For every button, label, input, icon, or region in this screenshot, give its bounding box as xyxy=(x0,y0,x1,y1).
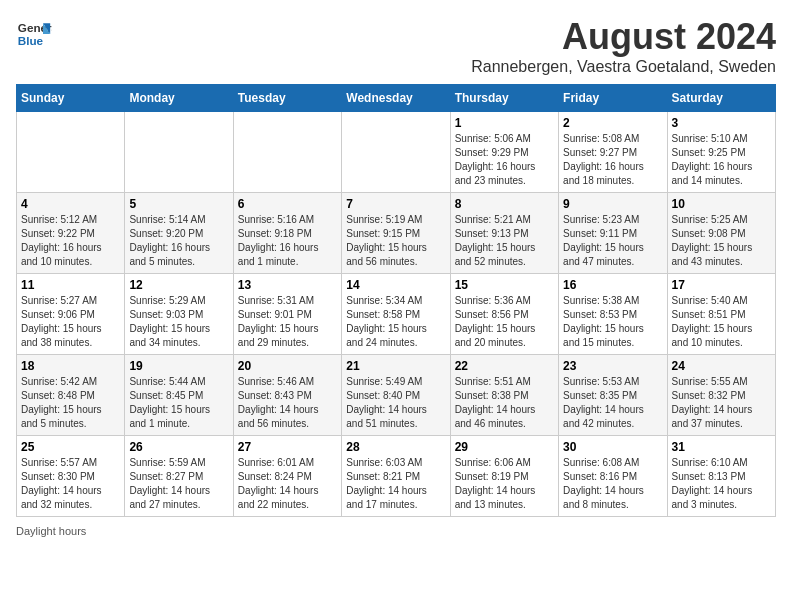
day-number: 20 xyxy=(238,359,337,373)
day-info: Sunrise: 5:12 AM Sunset: 9:22 PM Dayligh… xyxy=(21,213,120,269)
calendar-cell: 30Sunrise: 6:08 AM Sunset: 8:16 PM Dayli… xyxy=(559,436,667,517)
calendar-cell: 12Sunrise: 5:29 AM Sunset: 9:03 PM Dayli… xyxy=(125,274,233,355)
day-number: 11 xyxy=(21,278,120,292)
day-info: Sunrise: 5:51 AM Sunset: 8:38 PM Dayligh… xyxy=(455,375,554,431)
calendar-cell: 27Sunrise: 6:01 AM Sunset: 8:24 PM Dayli… xyxy=(233,436,341,517)
month-year-title: August 2024 xyxy=(471,16,776,58)
calendar-cell: 9Sunrise: 5:23 AM Sunset: 9:11 PM Daylig… xyxy=(559,193,667,274)
day-number: 19 xyxy=(129,359,228,373)
calendar-header-sunday: Sunday xyxy=(17,85,125,112)
day-info: Sunrise: 6:03 AM Sunset: 8:21 PM Dayligh… xyxy=(346,456,445,512)
calendar-cell: 19Sunrise: 5:44 AM Sunset: 8:45 PM Dayli… xyxy=(125,355,233,436)
calendar-cell: 17Sunrise: 5:40 AM Sunset: 8:51 PM Dayli… xyxy=(667,274,775,355)
calendar-cell: 21Sunrise: 5:49 AM Sunset: 8:40 PM Dayli… xyxy=(342,355,450,436)
calendar-header-tuesday: Tuesday xyxy=(233,85,341,112)
day-number: 29 xyxy=(455,440,554,454)
logo: General Blue xyxy=(16,16,52,52)
calendar-header-row: SundayMondayTuesdayWednesdayThursdayFrid… xyxy=(17,85,776,112)
day-number: 10 xyxy=(672,197,771,211)
calendar-header-friday: Friday xyxy=(559,85,667,112)
calendar-cell: 26Sunrise: 5:59 AM Sunset: 8:27 PM Dayli… xyxy=(125,436,233,517)
day-info: Sunrise: 5:19 AM Sunset: 9:15 PM Dayligh… xyxy=(346,213,445,269)
calendar-cell: 6Sunrise: 5:16 AM Sunset: 9:18 PM Daylig… xyxy=(233,193,341,274)
calendar-cell: 8Sunrise: 5:21 AM Sunset: 9:13 PM Daylig… xyxy=(450,193,558,274)
calendar-cell: 7Sunrise: 5:19 AM Sunset: 9:15 PM Daylig… xyxy=(342,193,450,274)
day-info: Sunrise: 5:27 AM Sunset: 9:06 PM Dayligh… xyxy=(21,294,120,350)
day-info: Sunrise: 5:55 AM Sunset: 8:32 PM Dayligh… xyxy=(672,375,771,431)
calendar-cell: 1Sunrise: 5:06 AM Sunset: 9:29 PM Daylig… xyxy=(450,112,558,193)
day-number: 18 xyxy=(21,359,120,373)
calendar-table: SundayMondayTuesdayWednesdayThursdayFrid… xyxy=(16,84,776,517)
day-number: 23 xyxy=(563,359,662,373)
day-info: Sunrise: 5:49 AM Sunset: 8:40 PM Dayligh… xyxy=(346,375,445,431)
day-number: 3 xyxy=(672,116,771,130)
calendar-cell: 10Sunrise: 5:25 AM Sunset: 9:08 PM Dayli… xyxy=(667,193,775,274)
day-info: Sunrise: 5:40 AM Sunset: 8:51 PM Dayligh… xyxy=(672,294,771,350)
day-info: Sunrise: 5:08 AM Sunset: 9:27 PM Dayligh… xyxy=(563,132,662,188)
calendar-cell: 25Sunrise: 5:57 AM Sunset: 8:30 PM Dayli… xyxy=(17,436,125,517)
day-number: 2 xyxy=(563,116,662,130)
day-info: Sunrise: 5:44 AM Sunset: 8:45 PM Dayligh… xyxy=(129,375,228,431)
day-info: Sunrise: 5:36 AM Sunset: 8:56 PM Dayligh… xyxy=(455,294,554,350)
calendar-week-row: 4Sunrise: 5:12 AM Sunset: 9:22 PM Daylig… xyxy=(17,193,776,274)
calendar-cell: 18Sunrise: 5:42 AM Sunset: 8:48 PM Dayli… xyxy=(17,355,125,436)
calendar-header-monday: Monday xyxy=(125,85,233,112)
calendar-header-wednesday: Wednesday xyxy=(342,85,450,112)
day-info: Sunrise: 5:10 AM Sunset: 9:25 PM Dayligh… xyxy=(672,132,771,188)
day-number: 25 xyxy=(21,440,120,454)
day-number: 15 xyxy=(455,278,554,292)
day-number: 14 xyxy=(346,278,445,292)
calendar-cell xyxy=(342,112,450,193)
day-number: 4 xyxy=(21,197,120,211)
day-info: Sunrise: 5:25 AM Sunset: 9:08 PM Dayligh… xyxy=(672,213,771,269)
day-number: 28 xyxy=(346,440,445,454)
day-number: 17 xyxy=(672,278,771,292)
day-info: Sunrise: 5:23 AM Sunset: 9:11 PM Dayligh… xyxy=(563,213,662,269)
calendar-cell: 16Sunrise: 5:38 AM Sunset: 8:53 PM Dayli… xyxy=(559,274,667,355)
daylight-label: Daylight hours xyxy=(16,525,86,537)
day-info: Sunrise: 6:01 AM Sunset: 8:24 PM Dayligh… xyxy=(238,456,337,512)
location-subtitle: Rannebergen, Vaestra Goetaland, Sweden xyxy=(471,58,776,76)
day-number: 12 xyxy=(129,278,228,292)
day-number: 1 xyxy=(455,116,554,130)
calendar-header-saturday: Saturday xyxy=(667,85,775,112)
day-number: 26 xyxy=(129,440,228,454)
day-number: 27 xyxy=(238,440,337,454)
calendar-cell: 28Sunrise: 6:03 AM Sunset: 8:21 PM Dayli… xyxy=(342,436,450,517)
calendar-cell: 13Sunrise: 5:31 AM Sunset: 9:01 PM Dayli… xyxy=(233,274,341,355)
calendar-cell: 24Sunrise: 5:55 AM Sunset: 8:32 PM Dayli… xyxy=(667,355,775,436)
calendar-cell: 22Sunrise: 5:51 AM Sunset: 8:38 PM Dayli… xyxy=(450,355,558,436)
day-info: Sunrise: 5:16 AM Sunset: 9:18 PM Dayligh… xyxy=(238,213,337,269)
day-info: Sunrise: 5:29 AM Sunset: 9:03 PM Dayligh… xyxy=(129,294,228,350)
day-info: Sunrise: 5:38 AM Sunset: 8:53 PM Dayligh… xyxy=(563,294,662,350)
day-info: Sunrise: 5:06 AM Sunset: 9:29 PM Dayligh… xyxy=(455,132,554,188)
calendar-week-row: 1Sunrise: 5:06 AM Sunset: 9:29 PM Daylig… xyxy=(17,112,776,193)
day-number: 7 xyxy=(346,197,445,211)
calendar-cell: 2Sunrise: 5:08 AM Sunset: 9:27 PM Daylig… xyxy=(559,112,667,193)
header: General Blue August 2024 Rannebergen, Va… xyxy=(16,16,776,76)
day-info: Sunrise: 5:14 AM Sunset: 9:20 PM Dayligh… xyxy=(129,213,228,269)
day-number: 6 xyxy=(238,197,337,211)
title-area: August 2024 Rannebergen, Vaestra Goetala… xyxy=(471,16,776,76)
day-info: Sunrise: 5:57 AM Sunset: 8:30 PM Dayligh… xyxy=(21,456,120,512)
day-number: 21 xyxy=(346,359,445,373)
calendar-cell: 14Sunrise: 5:34 AM Sunset: 8:58 PM Dayli… xyxy=(342,274,450,355)
logo-icon: General Blue xyxy=(16,16,52,52)
day-info: Sunrise: 6:10 AM Sunset: 8:13 PM Dayligh… xyxy=(672,456,771,512)
day-info: Sunrise: 5:21 AM Sunset: 9:13 PM Dayligh… xyxy=(455,213,554,269)
calendar-cell: 31Sunrise: 6:10 AM Sunset: 8:13 PM Dayli… xyxy=(667,436,775,517)
calendar-cell: 15Sunrise: 5:36 AM Sunset: 8:56 PM Dayli… xyxy=(450,274,558,355)
day-number: 5 xyxy=(129,197,228,211)
footer: Daylight hours xyxy=(16,525,776,537)
calendar-cell: 20Sunrise: 5:46 AM Sunset: 8:43 PM Dayli… xyxy=(233,355,341,436)
calendar-cell: 4Sunrise: 5:12 AM Sunset: 9:22 PM Daylig… xyxy=(17,193,125,274)
day-number: 16 xyxy=(563,278,662,292)
day-info: Sunrise: 5:59 AM Sunset: 8:27 PM Dayligh… xyxy=(129,456,228,512)
day-number: 30 xyxy=(563,440,662,454)
calendar-cell: 29Sunrise: 6:06 AM Sunset: 8:19 PM Dayli… xyxy=(450,436,558,517)
calendar-cell: 3Sunrise: 5:10 AM Sunset: 9:25 PM Daylig… xyxy=(667,112,775,193)
calendar-header-thursday: Thursday xyxy=(450,85,558,112)
day-info: Sunrise: 5:31 AM Sunset: 9:01 PM Dayligh… xyxy=(238,294,337,350)
day-number: 31 xyxy=(672,440,771,454)
day-number: 13 xyxy=(238,278,337,292)
